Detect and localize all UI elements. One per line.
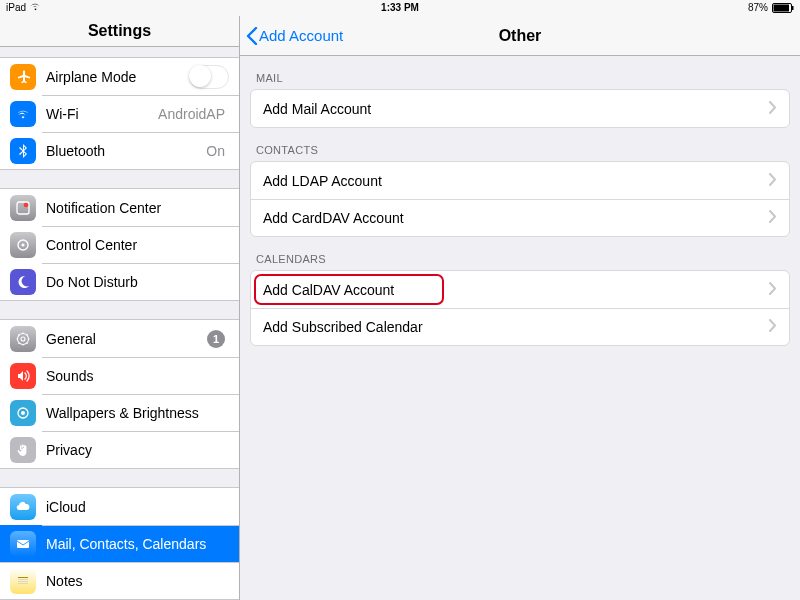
cell-add-mail-account[interactable]: Add Mail Account <box>251 90 789 127</box>
sidebar-group: Notification CenterControl CenterDo Not … <box>0 188 239 301</box>
wifi-icon <box>10 101 36 127</box>
moon-icon <box>10 269 36 295</box>
status-bar: iPad 1:33 PM 87% <box>0 0 800 16</box>
sidebar-item-label: General <box>46 331 207 347</box>
sidebar-group: General1SoundsWallpapers & BrightnessPri… <box>0 319 239 469</box>
sidebar-item-label: Notification Center <box>46 200 229 216</box>
badge: 1 <box>207 330 225 348</box>
chevron-right-icon <box>769 210 777 226</box>
svg-point-4 <box>24 202 29 207</box>
settings-sidebar: Settings Airplane ModeWi-FiAndroidAPBlue… <box>0 16 240 600</box>
wifi-status-icon <box>30 2 41 13</box>
sidebar-item-label: Wi-Fi <box>46 106 158 122</box>
sidebar-group: iCloudMail, Contacts, CalendarsNotes <box>0 487 239 600</box>
airplane-mode-switch[interactable] <box>189 65 229 89</box>
svg-line-13 <box>18 334 19 335</box>
section-header: CALENDARS <box>240 237 800 270</box>
cell-add-ldap-account[interactable]: Add LDAP Account <box>251 162 789 199</box>
cell-label: Add CardDAV Account <box>263 210 769 226</box>
cell-add-carddav-account[interactable]: Add CardDAV Account <box>251 199 789 236</box>
sidebar-item-label: Wallpapers & Brightness <box>46 405 229 421</box>
svg-rect-19 <box>17 540 29 548</box>
sidebar-item-icloud[interactable]: iCloud <box>0 488 239 525</box>
back-label: Add Account <box>259 27 343 44</box>
cell-label: Add LDAP Account <box>263 173 769 189</box>
airplane-icon <box>10 64 36 90</box>
sidebar-item-label: Airplane Mode <box>46 69 189 85</box>
svg-line-14 <box>27 342 28 343</box>
sidebar-item-privacy[interactable]: Privacy <box>0 431 239 468</box>
chevron-right-icon <box>769 319 777 335</box>
section-cells: Add CalDAV AccountAdd Subscribed Calenda… <box>250 270 790 346</box>
svg-rect-20 <box>18 577 28 578</box>
svg-rect-1 <box>774 4 790 11</box>
sidebar-title: Settings <box>88 22 151 40</box>
sidebar-item-general[interactable]: General1 <box>0 320 239 357</box>
cell-add-subscribed-calendar[interactable]: Add Subscribed Calendar <box>251 308 789 345</box>
sidebar-item-value: On <box>206 143 225 159</box>
svg-rect-23 <box>18 583 28 584</box>
bluetooth-icon <box>10 138 36 164</box>
hand-icon <box>10 437 36 463</box>
sidebar-item-label: Notes <box>46 573 229 589</box>
cell-label: Add Subscribed Calendar <box>263 319 769 335</box>
chevron-right-icon <box>769 173 777 189</box>
wallpaper-icon <box>10 400 36 426</box>
sidebar-item-sounds[interactable]: Sounds <box>0 357 239 394</box>
mail-icon <box>10 531 36 557</box>
notes-icon <box>10 568 36 594</box>
sidebar-item-label: Do Not Disturb <box>46 274 229 290</box>
svg-rect-2 <box>792 6 794 10</box>
back-button[interactable]: Add Account <box>246 27 343 45</box>
control-center-icon <box>10 232 36 258</box>
cell-label: Add Mail Account <box>263 101 769 117</box>
sidebar-item-wi-fi[interactable]: Wi-FiAndroidAP <box>0 95 239 132</box>
sidebar-item-label: iCloud <box>46 499 229 515</box>
sidebar-header: Settings <box>0 16 239 47</box>
svg-point-6 <box>21 243 24 246</box>
chevron-right-icon <box>769 101 777 117</box>
sidebar-item-notification-center[interactable]: Notification Center <box>0 189 239 226</box>
sidebar-item-do-not-disturb[interactable]: Do Not Disturb <box>0 263 239 300</box>
battery-icon <box>772 3 794 13</box>
detail-title: Other <box>499 27 542 45</box>
sidebar-item-label: Bluetooth <box>46 143 206 159</box>
sidebar-item-label: Control Center <box>46 237 229 253</box>
sidebar-group: Airplane ModeWi-FiAndroidAPBluetoothOn <box>0 57 239 170</box>
detail-header: Add Account Other <box>240 16 800 56</box>
sidebar-item-airplane-mode[interactable]: Airplane Mode <box>0 58 239 95</box>
sidebar-item-notes[interactable]: Notes <box>0 562 239 599</box>
gear-icon <box>10 326 36 352</box>
svg-point-8 <box>21 337 25 341</box>
sidebar-item-control-center[interactable]: Control Center <box>0 226 239 263</box>
section-cells: Add Mail Account <box>250 89 790 128</box>
notification-icon <box>10 195 36 221</box>
sidebar-item-value: AndroidAP <box>158 106 225 122</box>
svg-line-15 <box>27 334 28 335</box>
sidebar-item-label: Mail, Contacts, Calendars <box>46 536 229 552</box>
device-label: iPad <box>6 2 26 13</box>
sidebar-item-bluetooth[interactable]: BluetoothOn <box>0 132 239 169</box>
clock-label: 1:33 PM <box>146 2 654 13</box>
cell-add-caldav-account[interactable]: Add CalDAV Account <box>251 271 789 308</box>
section-cells: Add LDAP AccountAdd CardDAV Account <box>250 161 790 237</box>
chevron-right-icon <box>769 282 777 298</box>
sidebar-item-wallpapers-brightness[interactable]: Wallpapers & Brightness <box>0 394 239 431</box>
svg-line-16 <box>18 342 19 343</box>
cell-label: Add CalDAV Account <box>263 282 769 298</box>
speaker-icon <box>10 363 36 389</box>
svg-point-18 <box>21 411 25 415</box>
svg-rect-21 <box>18 579 28 580</box>
icloud-icon <box>10 494 36 520</box>
section-header: CONTACTS <box>240 128 800 161</box>
sidebar-item-label: Privacy <box>46 442 229 458</box>
section-header: MAIL <box>240 56 800 89</box>
sidebar-item-label: Sounds <box>46 368 229 384</box>
chevron-left-icon <box>246 27 258 45</box>
sidebar-item-mail-contacts-calendars[interactable]: Mail, Contacts, Calendars <box>0 525 239 562</box>
detail-pane: Add Account Other MAILAdd Mail AccountCO… <box>240 16 800 600</box>
battery-pct-label: 87% <box>748 2 768 13</box>
svg-rect-22 <box>18 581 28 582</box>
